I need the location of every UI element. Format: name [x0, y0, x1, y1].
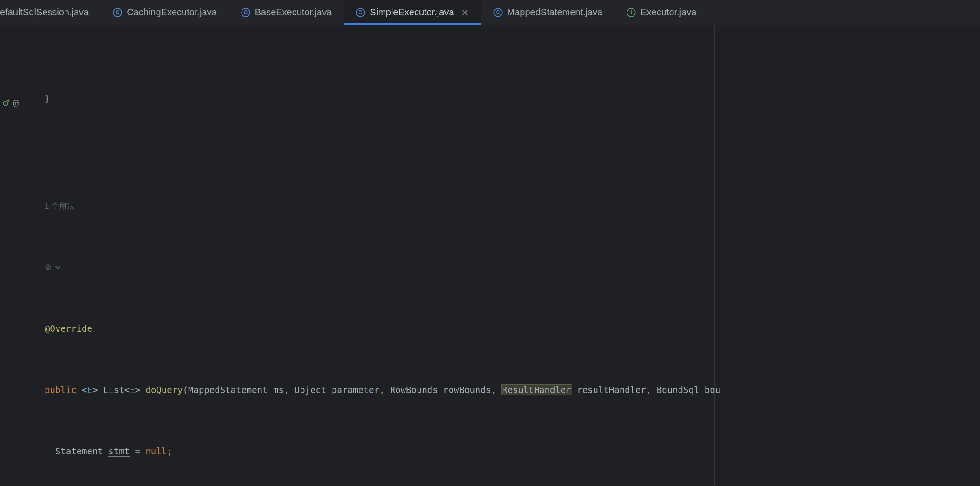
- editor-pane[interactable]: I @ } 1 个用法 @Override public <E> List<E>…: [0, 25, 980, 486]
- inlay-hints[interactable]: [45, 260, 980, 275]
- gear-icon[interactable]: [45, 264, 52, 271]
- tab-mappedstatement[interactable]: C MappedStatement.java: [481, 0, 615, 25]
- tab-label: SimpleExecutor.java: [370, 5, 454, 20]
- svg-text:I: I: [5, 102, 6, 106]
- svg-text:C: C: [496, 9, 500, 16]
- code-line: }: [45, 91, 980, 106]
- tab-label: Executor.java: [640, 5, 696, 20]
- class-icon: C: [241, 8, 250, 17]
- interface-icon: I: [627, 8, 636, 17]
- svg-point-14: [46, 265, 51, 270]
- tab-label: efaultSqlSession.java: [0, 5, 89, 20]
- class-icon: C: [113, 8, 122, 17]
- svg-text:I: I: [631, 9, 632, 16]
- svg-text:C: C: [116, 9, 120, 16]
- code-line: Statement stmt = null;: [45, 444, 980, 459]
- svg-text:C: C: [359, 9, 363, 16]
- tab-label: MappedStatement.java: [507, 5, 603, 20]
- tab-cachingexecutor[interactable]: C CachingExecutor.java: [101, 0, 229, 25]
- implement-method-up-icon[interactable]: I: [3, 99, 10, 106]
- tab-executor[interactable]: I Executor.java: [614, 0, 708, 25]
- chevron-down-icon[interactable]: [54, 264, 61, 271]
- at-annotation-icon[interactable]: @: [13, 99, 19, 106]
- tab-simpleexecutor[interactable]: C SimpleExecutor.java: [344, 0, 481, 25]
- svg-point-15: [47, 266, 49, 268]
- editor-tabbar: efaultSqlSession.java C CachingExecutor.…: [0, 0, 980, 25]
- usage-hint[interactable]: 1 个用法: [45, 198, 980, 214]
- class-icon: C: [493, 8, 503, 17]
- code-line: [45, 137, 980, 152]
- tab-defaultsqlsession[interactable]: efaultSqlSession.java: [0, 0, 101, 25]
- gutter: I @: [0, 25, 33, 486]
- svg-text:C: C: [243, 9, 248, 16]
- tab-baseexecutor[interactable]: C BaseExecutor.java: [229, 0, 344, 25]
- close-icon[interactable]: [461, 8, 469, 17]
- class-icon: C: [356, 8, 365, 17]
- tab-label: CachingExecutor.java: [127, 5, 216, 20]
- code-area[interactable]: } 1 个用法 @Override public <E> List<E> doQ…: [33, 25, 980, 486]
- tab-label: BaseExecutor.java: [255, 5, 332, 20]
- gutter-icons[interactable]: I @: [3, 99, 19, 106]
- code-line: public <E> List<E> doQuery(MappedStateme…: [45, 382, 980, 398]
- code-line: @Override: [45, 321, 980, 336]
